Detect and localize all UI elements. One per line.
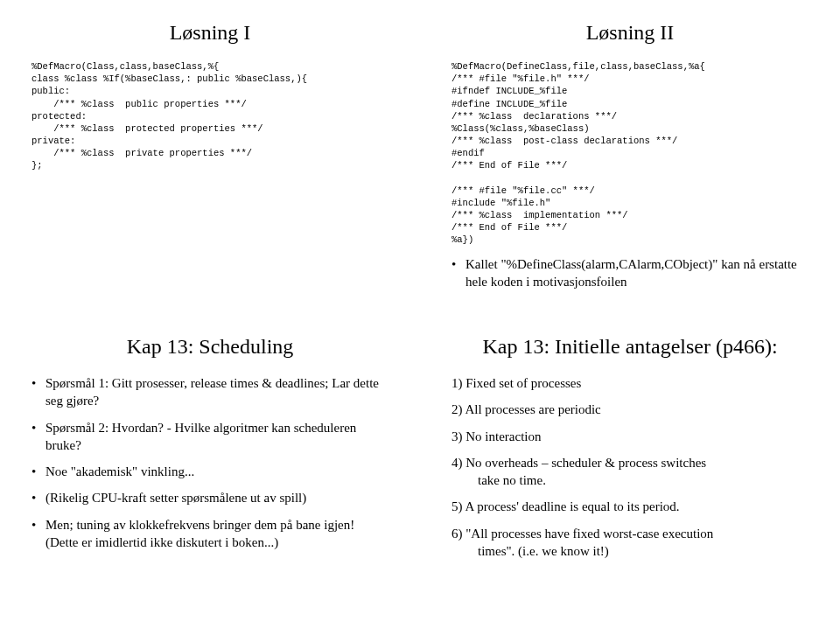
- item-text: 1) Fixed set of processes: [452, 376, 581, 390]
- slide-2-title: Løsning II: [452, 21, 808, 45]
- list-item: Spørsmål 1: Gitt prosesser, release time…: [32, 374, 388, 410]
- item-text: 3) No interaction: [452, 429, 541, 443]
- list-item: 3) No interaction: [452, 428, 808, 445]
- slide-3-title: Kap 13: Scheduling: [32, 335, 388, 359]
- item-text: 5) A process' deadline is equal to its p…: [452, 499, 680, 513]
- item-hang: take no time.: [452, 471, 808, 489]
- list-item: (Rikelig CPU-kraft setter spørsmålene ut…: [32, 489, 388, 506]
- slide-grid: Løsning I %DefMacro(Class,class,baseClas…: [0, 0, 840, 628]
- list-item: 4) No overheads – scheduler & process sw…: [452, 454, 808, 490]
- slide-4-title: Kap 13: Initielle antagelser (p466):: [452, 335, 808, 359]
- item-text: 6) "All processes have fixed worst-case …: [452, 527, 713, 541]
- slide-4: Kap 13: Initielle antagelser (p466): 1) …: [420, 314, 840, 628]
- slide-3: Kap 13: Scheduling Spørsmål 1: Gitt pros…: [0, 314, 420, 628]
- item-text: 2) All processes are periodic: [452, 402, 601, 416]
- list-item: Men; tuning av klokkefrekvens bringer de…: [32, 516, 388, 552]
- item-text: 4) No overheads – scheduler & process sw…: [452, 456, 706, 470]
- slide-1: Løsning I %DefMacro(Class,class,baseClas…: [0, 0, 420, 314]
- slide-2-code: %DefMacro(DefineClass,file,class,baseCla…: [452, 60, 808, 247]
- list-item: 2) All processes are periodic: [452, 401, 808, 418]
- slide-4-list: 1) Fixed set of processes 2) All process…: [452, 374, 808, 560]
- list-item: 5) A process' deadline is equal to its p…: [452, 498, 808, 515]
- item-hang: times". (i.e. we know it!): [452, 542, 808, 560]
- list-item: Spørsmål 2: Hvordan? - Hvilke algoritmer…: [32, 419, 388, 455]
- list-item: 6) "All processes have fixed worst-case …: [452, 525, 808, 561]
- slide-2-bullets: Kallet "%DefineClass(alarm,CAlarm,CObjec…: [452, 255, 808, 291]
- slide-3-bullets: Spørsmål 1: Gitt prosesser, release time…: [32, 374, 388, 551]
- slide-2-bullet-1: Kallet "%DefineClass(alarm,CAlarm,CObjec…: [452, 255, 808, 291]
- list-item: Noe "akademisk" vinkling...: [32, 463, 388, 480]
- list-item: 1) Fixed set of processes: [452, 374, 808, 392]
- slide-1-title: Løsning I: [32, 21, 388, 45]
- slide-1-code: %DefMacro(Class,class,baseClass,%{ class…: [32, 60, 388, 172]
- slide-2: Løsning II %DefMacro(DefineClass,file,cl…: [420, 0, 840, 314]
